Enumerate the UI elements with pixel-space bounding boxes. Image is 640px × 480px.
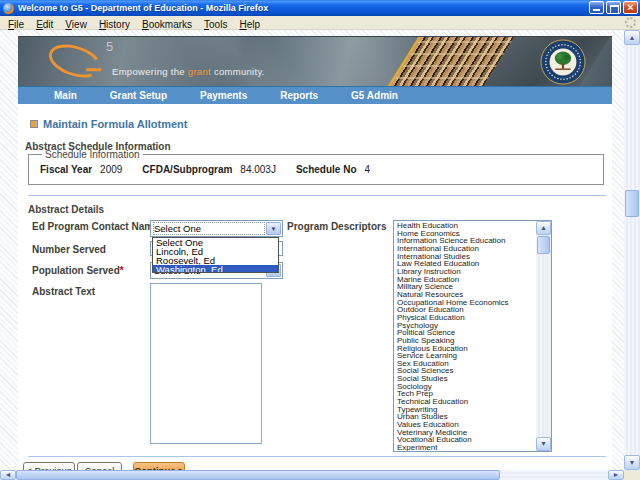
scrollbar-thumb[interactable]	[16, 470, 500, 480]
bullet-square-icon	[30, 120, 38, 128]
department-of-education-seal-icon	[540, 39, 586, 85]
scroll-down-icon[interactable]	[536, 437, 551, 451]
page-content: Maintain Formula Allotment Abstract Sche…	[18, 104, 612, 470]
abstract-details-heading: Abstract Details	[28, 204, 104, 215]
g5-header-banner: 5 Empowering the grant community.	[18, 36, 612, 86]
descriptor-option[interactable]: Experiment	[397, 444, 536, 451]
continue-button[interactable]: Continue >	[133, 462, 185, 470]
dropdown-option[interactable]: Washington, Ed	[153, 265, 278, 273]
contact-name-select[interactable]: Select One	[150, 220, 283, 237]
menu-item[interactable]: Help	[233, 18, 266, 31]
abstract-text-label: Abstract Text	[32, 286, 95, 297]
dropdown-arrow-icon[interactable]	[266, 222, 281, 235]
nav-item[interactable]: Reports	[280, 90, 318, 101]
number-served-label: Number Served	[32, 244, 106, 255]
schedule-information-legend: Schedule Information	[42, 149, 143, 160]
menu-item[interactable]: File	[2, 18, 30, 31]
required-asterisk: *	[120, 265, 124, 276]
listbox-scrollbar[interactable]	[536, 221, 551, 451]
firefox-icon	[3, 3, 14, 14]
schedule-field-label: CFDA/Subprogram	[142, 164, 232, 175]
menu-item[interactable]: Edit	[30, 18, 59, 31]
main-navbar: MainGrant SetupPaymentsReportsG5 Admin	[18, 86, 612, 104]
page-title-text: Maintain Formula Allotment	[43, 118, 187, 130]
previous-button[interactable]: < Previous	[23, 462, 75, 470]
close-button[interactable]	[623, 1, 638, 14]
scrollbar-corner	[624, 470, 640, 480]
g5-logo-icon	[45, 38, 106, 83]
scroll-up-icon[interactable]	[624, 30, 640, 45]
page-title: Maintain Formula Allotment	[30, 118, 187, 130]
tagline-pre: Empowering the	[112, 66, 188, 77]
schedule-field: Fiscal Year2009	[40, 164, 142, 175]
banner-tagline: Empowering the grant community.	[112, 66, 265, 77]
contact-name-label-text: Ed Program Contact Name	[32, 221, 159, 232]
menu-item[interactable]: History	[93, 18, 136, 31]
contact-name-dropdown-list: Select OneLincoln, EdRoosevelt, EdWashin…	[152, 237, 279, 273]
nav-item[interactable]: G5 Admin	[351, 90, 398, 101]
menubar: FileEditViewHistoryBookmarksToolsHelp	[0, 16, 640, 30]
menu-item[interactable]: Bookmarks	[136, 18, 198, 31]
contact-name-select-value: Select One	[154, 223, 264, 234]
schedule-field: CFDA/Subprogram84.003J	[142, 164, 296, 175]
population-served-label: Population Served*	[32, 265, 124, 276]
schedule-field: Schedule No4	[296, 164, 390, 175]
schedule-information-fieldset: Schedule Information Fiscal Year2009CFDA…	[28, 149, 604, 185]
schedule-field-value: 4	[365, 164, 371, 175]
tagline-post: community.	[211, 66, 265, 77]
scroll-up-icon[interactable]	[536, 221, 551, 235]
vertical-scrollbar[interactable]	[624, 30, 640, 470]
restore-button[interactable]	[606, 1, 621, 14]
menu-item[interactable]: View	[59, 18, 93, 31]
menu-item[interactable]: Tools	[198, 18, 233, 31]
schedule-field-value: 2009	[100, 164, 122, 175]
scroll-down-icon[interactable]	[624, 455, 640, 470]
schedule-field-label: Schedule No	[296, 164, 357, 175]
scrollbar-thumb[interactable]	[625, 190, 639, 217]
nav-item[interactable]: Grant Setup	[110, 90, 167, 101]
window-title: Welcome to G5 - Department of Education …	[18, 3, 268, 13]
nav-item[interactable]: Main	[54, 90, 77, 101]
scroll-left-icon[interactable]	[0, 470, 16, 480]
throbber-icon	[625, 17, 636, 28]
scroll-right-icon[interactable]	[608, 470, 624, 480]
tagline-accent: grant	[188, 66, 211, 77]
population-served-label-text: Population Served	[32, 265, 120, 276]
browser-viewport: 5 Empowering the grant community. MainGr…	[0, 30, 624, 470]
program-descriptors-listbox[interactable]: Health EducationHome EconomicsInformatio…	[393, 220, 552, 452]
scrollbar-thumb[interactable]	[537, 236, 550, 254]
horizontal-scrollbar[interactable]	[0, 470, 624, 480]
schedule-field-label: Fiscal Year	[40, 164, 92, 175]
divider	[28, 456, 606, 457]
abstract-text-textarea[interactable]	[150, 283, 262, 444]
nav-item[interactable]: Payments	[200, 90, 247, 101]
contact-name-label: Ed Program Contact Name*	[32, 221, 163, 232]
schedule-field-value: 84.003J	[240, 164, 276, 175]
g5-logo-number: 5	[106, 39, 113, 54]
page: 5 Empowering the grant community. MainGr…	[18, 36, 612, 470]
program-descriptors-label: Program Descriptors	[287, 221, 386, 232]
divider	[28, 195, 606, 196]
cancel-button[interactable]: Cancel	[77, 462, 122, 470]
minimize-button[interactable]	[589, 1, 604, 14]
